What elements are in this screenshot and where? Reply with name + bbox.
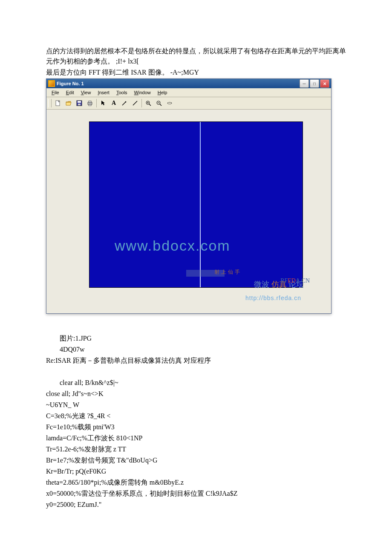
rotate-3d-icon[interactable] — [164, 98, 175, 108]
code-line: Kr=Br/Tr; pQ(eF0KG — [46, 466, 349, 477]
svg-line-14 — [160, 104, 161, 106]
figure-window: Figure No. 1 ─ □ ✕ File Edit View Insert… — [46, 78, 331, 314]
svg-rect-2 — [78, 101, 81, 103]
ytick-label: 120 — [89, 121, 89, 125]
text-tool-icon[interactable]: A — [109, 98, 119, 108]
toolbar-grip — [48, 99, 52, 107]
code-line: clear all; B/kn&^z$|~ — [46, 378, 349, 388]
print-icon[interactable] — [85, 98, 95, 108]
zoom-in-icon[interactable] — [143, 98, 153, 108]
code-line: Br=1e7;%发射信号频宽 T&"dBoUq>G — [46, 455, 349, 465]
code-line: Fc=1e10;%载频 ptni'W3 — [46, 422, 349, 432]
new-file-icon[interactable] — [53, 98, 63, 108]
menu-window[interactable]: Window — [131, 90, 154, 95]
xtick-label: 400 — [216, 287, 225, 288]
watermark-text: www.bdocx.com — [115, 237, 231, 254]
svg-line-10 — [149, 104, 151, 106]
ytick-label: 20 — [89, 139, 89, 145]
ytick-label: 40 — [89, 165, 89, 172]
watermark-top: 射上仙手 — [214, 269, 242, 276]
plot-area: 20 40 60 80 100 120 100 200 300 400 500 … — [46, 110, 331, 313]
menu-file[interactable]: File — [48, 90, 63, 95]
line-tool-icon[interactable] — [130, 98, 140, 108]
code-line: ~U6YN_ W — [46, 400, 349, 410]
menu-tools[interactable]: Tools — [113, 90, 131, 95]
paragraph: 最后是方位向 FFT 得到二维 ISAR 图像。 -A~;MGY — [46, 67, 349, 78]
maximize-button[interactable]: □ — [310, 79, 319, 88]
xtick-label: 100 — [117, 287, 127, 288]
menubar: File Edit View Insert Tools Window Help — [46, 88, 331, 97]
zoom-out-icon[interactable] — [154, 98, 164, 108]
xtick-label: 300 — [183, 287, 193, 288]
reply-title: Re:ISAR 距离－多普勒单点目标成像算法仿真 对应程序 — [46, 356, 349, 366]
code-line: theta=2.865/180*pi;%成像所需转角 m&0BbyE.z — [46, 477, 349, 488]
axes[interactable]: 20 40 60 80 100 120 100 200 300 400 500 … — [89, 121, 303, 288]
svg-rect-4 — [88, 102, 92, 104]
svg-line-8 — [133, 101, 137, 105]
xtick-label: 200 — [150, 287, 160, 288]
svg-rect-6 — [89, 104, 91, 106]
titlebar[interactable]: Figure No. 1 ─ □ ✕ — [46, 79, 331, 88]
toolbar-separator — [96, 99, 97, 107]
code-line: lamda=C/Fc;%工作波长 810<1NP — [46, 433, 349, 443]
ytick-label: 80 — [89, 218, 89, 225]
menu-view[interactable]: View — [78, 90, 95, 95]
pointer-icon[interactable] — [98, 98, 108, 108]
code-line: Tr=51.2e-6;%发射脉宽 z TT — [46, 444, 349, 454]
watermark-url: http://bbs.rfeda.cn — [245, 295, 301, 301]
paragraph: 点的方法得到的居然根本不是包络所在处的特显点，所以就采用了有包络存在距离单元的平… — [46, 46, 349, 66]
window-title: Figure No. 1 — [57, 81, 300, 86]
save-icon[interactable] — [74, 98, 84, 108]
minimize-button[interactable]: ─ — [300, 79, 309, 88]
svg-rect-5 — [89, 101, 91, 102]
image-label: 图片:1.JPG — [46, 333, 349, 344]
close-button[interactable]: ✕ — [320, 79, 329, 88]
open-file-icon[interactable] — [63, 98, 74, 108]
arrow-tool-icon[interactable] — [119, 98, 130, 108]
svg-point-16 — [167, 102, 172, 104]
matlab-figure-icon — [48, 80, 55, 87]
ytick-label: 60 — [89, 191, 89, 198]
code-line: close all; Jd"s~n<>K — [46, 389, 349, 399]
svg-rect-3 — [78, 104, 81, 105]
toolbar: A — [46, 97, 331, 110]
toolbar-separator — [141, 99, 142, 107]
code-line: 4DQ07w — [46, 344, 349, 355]
code-line: y0=25000; EZumJ." — [46, 500, 349, 510]
menu-insert[interactable]: Insert — [94, 90, 113, 95]
menu-help[interactable]: Help — [154, 90, 171, 95]
code-line: x0=50000;%雷达位于坐标系原点，初始时刻目标位置 C!k9JAa$Z — [46, 489, 349, 499]
menu-edit[interactable]: Edit — [63, 90, 78, 95]
code-line: C=3e8;%光速 ?$_4R < — [46, 411, 349, 421]
